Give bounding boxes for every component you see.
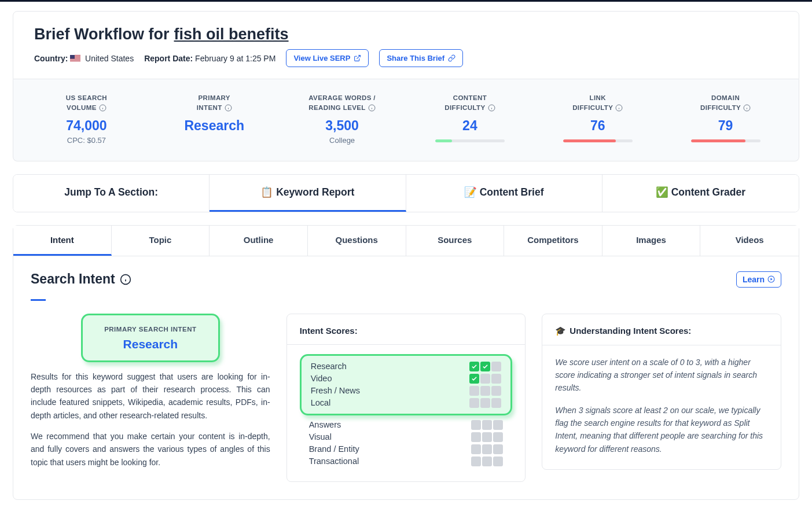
primary-intent-label: PRIMARY SEARCH INTENT — [89, 326, 212, 333]
intent-score-row: Research — [307, 360, 505, 373]
section-nav-item[interactable]: 📝 Content Brief — [406, 175, 602, 212]
title-prefix: Brief Workflow for — [34, 25, 170, 43]
svg-rect-5 — [70, 60, 80, 61]
info-icon — [120, 274, 131, 285]
intent-score-boxes — [469, 386, 501, 396]
title-keyword: fish oil benefits — [174, 25, 289, 43]
metric-intent: PRIMARY INTENT Research — [155, 93, 274, 145]
svg-rect-4 — [70, 59, 80, 60]
understanding-panel: 🎓 Understanding Intent Scores: We score … — [542, 314, 781, 470]
tab-questions[interactable]: Questions — [308, 226, 406, 256]
score-box-filled — [469, 374, 479, 384]
intent-score-boxes — [469, 398, 501, 408]
header-card: Brief Workflow for fish oil benefits Cou… — [13, 11, 799, 79]
country-value: United States — [85, 54, 134, 63]
svg-marker-31 — [770, 278, 772, 280]
view-live-serp-button[interactable]: View Live SERP — [286, 49, 369, 67]
learn-label: Learn — [743, 275, 765, 284]
info-icon — [488, 104, 495, 112]
play-circle-icon — [767, 275, 775, 283]
metric-link-difficulty: LINK DIFFICULTY 76 — [538, 93, 657, 145]
score-box-empty — [471, 457, 481, 466]
intent-score-label: Brand / Entity — [309, 444, 359, 454]
tab-videos[interactable]: Videos — [700, 226, 799, 256]
metric-volume: US SEARCH VOLUME 74,000 CPC: $0.57 — [27, 93, 146, 145]
score-box-empty — [480, 374, 490, 384]
understanding-para-1: We score user intent on a scale of 0 to … — [555, 356, 768, 395]
intent-score-row: Video — [307, 373, 505, 385]
section-title: Search Intent — [31, 271, 131, 287]
share-brief-button[interactable]: Share This Brief — [379, 49, 463, 67]
intent-score-boxes — [471, 457, 503, 466]
score-box-empty — [493, 432, 503, 442]
score-box-empty — [491, 362, 501, 371]
external-link-icon — [354, 54, 361, 62]
intent-scores-highlight: ResearchVideoFresh / NewsLocal — [300, 354, 513, 415]
svg-line-8 — [357, 56, 361, 59]
info-icon — [743, 104, 751, 112]
intent-para-1: Results for this keyword suggest that us… — [31, 370, 270, 422]
intent-score-label: Answers — [309, 420, 341, 429]
info-icon — [99, 104, 106, 112]
intent-score-row: Visual — [300, 431, 513, 443]
score-box-empty — [493, 444, 503, 454]
country-label: Country: — [34, 54, 68, 63]
tab-images[interactable]: Images — [602, 226, 701, 256]
us-flag-icon — [70, 54, 80, 61]
intent-score-boxes — [471, 444, 503, 454]
score-box-empty — [482, 444, 492, 454]
intent-para-2: We recommend that you make certain your … — [31, 430, 270, 469]
primary-intent-value: Research — [89, 337, 212, 351]
intent-score-boxes — [469, 362, 501, 371]
score-box-empty — [471, 444, 481, 454]
intent-score-label: Video — [311, 374, 332, 383]
intent-score-label: Transactional — [309, 457, 359, 466]
share-label: Share This Brief — [387, 54, 444, 62]
intent-score-boxes — [471, 432, 503, 442]
tab-intent[interactable]: Intent — [13, 226, 112, 256]
link-icon — [448, 54, 455, 62]
score-box-empty — [469, 386, 479, 396]
primary-intent-highlight: PRIMARY SEARCH INTENT Research — [81, 314, 220, 362]
score-box-empty — [482, 457, 492, 466]
words-value: 3,500 — [283, 118, 402, 134]
view-serp-label: View Live SERP — [293, 54, 350, 62]
score-box-empty — [469, 398, 479, 408]
info-icon — [615, 104, 623, 112]
svg-rect-7 — [70, 55, 75, 59]
intent-score-boxes — [471, 420, 503, 430]
tab-sources[interactable]: Sources — [406, 226, 505, 256]
metric-words: AVERAGE WORDS / READING LEVEL 3,500 Coll… — [283, 93, 402, 145]
page-title: Brief Workflow for fish oil benefits — [34, 25, 778, 43]
section-nav-item[interactable]: 📋 Keyword Report — [210, 175, 406, 212]
tab-outline[interactable]: Outline — [210, 226, 308, 256]
score-box-filled — [469, 362, 479, 371]
metrics-card: US SEARCH VOLUME 74,000 CPC: $0.57 PRIMA… — [13, 79, 799, 161]
score-box-empty — [480, 386, 490, 396]
report-date-label: Report Date: — [144, 54, 193, 63]
learn-button[interactable]: Learn — [736, 271, 781, 288]
section-nav-item[interactable]: ✅ Content Grader — [602, 175, 799, 212]
intent-score-row: Fresh / News — [307, 385, 505, 397]
graduation-cap-icon: 🎓 — [555, 326, 566, 336]
understanding-title: 🎓 Understanding Intent Scores: — [555, 326, 768, 336]
intent-scores-title: Intent Scores: — [300, 326, 513, 336]
domain-diff-value: 79 — [666, 118, 785, 134]
metric-content-difficulty: CONTENT DIFFICULTY 24 — [410, 93, 529, 145]
score-box-empty — [491, 386, 501, 396]
country-block: Country: United States — [34, 54, 134, 63]
tab-topic[interactable]: Topic — [112, 226, 210, 256]
understanding-para-2: When 3 signals score at least 2 on our s… — [555, 404, 768, 456]
tab-competitors[interactable]: Competitors — [504, 226, 602, 256]
intent-score-row: Answers — [300, 419, 513, 431]
section-nav: Jump To A Section: 📋 Keyword Report📝 Con… — [13, 174, 799, 212]
score-box-empty — [482, 432, 492, 442]
link-diff-value: 76 — [538, 118, 657, 134]
intent-score-label: Research — [311, 362, 347, 371]
intent-score-boxes — [469, 374, 501, 384]
jump-to-label: Jump To A Section: — [13, 175, 210, 212]
intent-score-label: Local — [311, 398, 331, 407]
title-underline — [31, 299, 46, 301]
content-diff-value: 24 — [410, 118, 529, 134]
content-diff-bar — [435, 139, 505, 142]
